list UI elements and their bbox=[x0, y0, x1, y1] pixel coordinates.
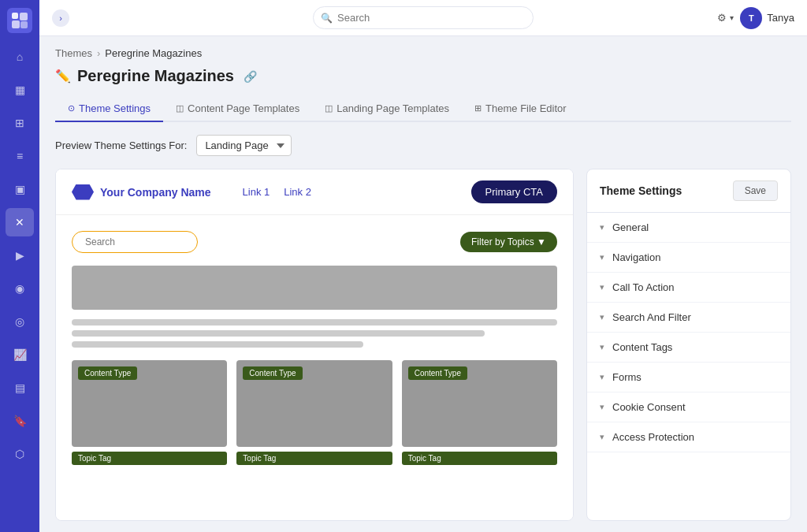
settings-item-cta[interactable]: ▾ Call To Action bbox=[587, 273, 790, 303]
mock-card-3: Content Type Topic Tag bbox=[402, 360, 557, 465]
settings-item-general[interactable]: ▾ General bbox=[587, 213, 790, 243]
mock-text-line-1 bbox=[72, 319, 557, 326]
svg-rect-2 bbox=[12, 20, 20, 28]
sidebar: ⌂ ▦ ⊞ ≡ ▣ ✕ ▶ ◉ ◎ 📈 ▤ 🔖 ⬡ bbox=[0, 0, 39, 532]
topic-tag-3: Topic Tag bbox=[402, 452, 557, 465]
mock-nav: Your Company Name Link 1 Link 2 Primary … bbox=[56, 169, 573, 215]
tab-content-page-templates[interactable]: ◫ Content Page Templates bbox=[163, 96, 312, 122]
tab-theme-file-editor[interactable]: ⊞ Theme File Editor bbox=[462, 96, 579, 122]
mock-card-1: Content Type Topic Tag bbox=[72, 360, 227, 465]
mock-company-name: Your Company Name bbox=[100, 186, 211, 199]
tabs-bar: ⊙ Theme Settings ◫ Content Page Template… bbox=[55, 96, 791, 122]
tab-theme-settings[interactable]: ⊙ Theme Settings bbox=[55, 96, 163, 122]
gear-icon: ⚙ bbox=[717, 12, 727, 24]
save-button[interactable]: Save bbox=[733, 180, 778, 201]
preview-label: Preview Theme Settings For: bbox=[55, 140, 187, 151]
content-type-badge-2: Content Type bbox=[243, 366, 302, 380]
mock-card-image-1: Content Type bbox=[72, 360, 227, 447]
sidebar-item-video[interactable]: ▶ bbox=[6, 241, 34, 270]
mock-logo: Your Company Name bbox=[72, 184, 211, 200]
sidebar-item-tools[interactable]: ✕ bbox=[6, 208, 34, 236]
sidebar-item-home[interactable]: ⌂ bbox=[6, 43, 34, 71]
search-input[interactable] bbox=[313, 6, 534, 29]
settings-button[interactable]: ⚙ ▾ bbox=[717, 12, 734, 24]
sidebar-item-circle[interactable]: ◉ bbox=[6, 274, 34, 303]
edit-icon: ✏️ bbox=[55, 69, 71, 84]
mock-card-image-3: Content Type bbox=[402, 360, 557, 447]
svg-rect-3 bbox=[20, 21, 28, 28]
tab-icon-file: ⊞ bbox=[474, 103, 482, 113]
topbar-search-container: 🔍 bbox=[313, 6, 534, 29]
sidebar-item-list[interactable]: ≡ bbox=[6, 142, 34, 170]
sidebar-item-layout[interactable]: ▣ bbox=[6, 175, 34, 203]
tab-icon-landing: ◫ bbox=[325, 103, 333, 113]
mock-content: Filter by Topics ▼ bbox=[56, 215, 573, 481]
tab-landing-page-templates[interactable]: ◫ Landing Page Templates bbox=[312, 96, 462, 122]
mock-hero-placeholder bbox=[72, 266, 557, 310]
mock-card-2: Content Type Topic Tag bbox=[236, 360, 392, 465]
tab-icon-theme-settings: ⊙ bbox=[68, 103, 75, 113]
mock-text-line-2 bbox=[72, 330, 485, 337]
mock-card-image-2: Content Type bbox=[236, 360, 392, 447]
chevron-icon-cta: ▾ bbox=[600, 282, 604, 292]
chevron-icon-forms: ▾ bbox=[600, 372, 604, 382]
mock-filter-button[interactable]: Filter by Topics ▼ bbox=[460, 232, 557, 252]
topic-tag-1: Topic Tag bbox=[72, 452, 227, 465]
breadcrumb-separator: › bbox=[97, 47, 100, 59]
mock-search-input[interactable] bbox=[72, 231, 198, 253]
settings-item-access-protection[interactable]: ▾ Access Protection bbox=[587, 422, 790, 452]
breadcrumb-current: Peregrine Magazines bbox=[105, 47, 202, 59]
user-menu[interactable]: T Tanya bbox=[740, 7, 794, 29]
sidebar-item-plugin[interactable]: ⬡ bbox=[6, 440, 34, 468]
topbar-right: ⚙ ▾ T Tanya bbox=[717, 7, 794, 29]
settings-item-cookie-consent[interactable]: ▾ Cookie Consent bbox=[587, 392, 790, 422]
page-title: Peregrine Magazines bbox=[77, 67, 234, 85]
preview-panel: Your Company Name Link 1 Link 2 Primary … bbox=[55, 169, 574, 521]
sidebar-item-target[interactable]: ◎ bbox=[6, 307, 34, 336]
breadcrumb: Themes › Peregrine Magazines bbox=[55, 47, 791, 59]
settings-header: Theme Settings Save bbox=[587, 169, 790, 213]
app-logo bbox=[7, 8, 32, 33]
search-icon: 🔍 bbox=[321, 13, 333, 24]
mock-text-lines bbox=[72, 319, 557, 348]
mock-nav-link-1[interactable]: Link 1 bbox=[243, 186, 270, 198]
sidebar-item-grid[interactable]: ⊞ bbox=[6, 109, 34, 137]
sidebar-toggle[interactable]: › bbox=[52, 9, 69, 27]
content-type-badge-3: Content Type bbox=[408, 366, 467, 380]
main-area: › 🔍 ⚙ ▾ T Tanya Themes › Peregrine Magaz… bbox=[39, 0, 807, 532]
split-layout: Your Company Name Link 1 Link 2 Primary … bbox=[55, 169, 791, 521]
svg-rect-0 bbox=[12, 13, 18, 19]
mock-nav-links: Link 1 Link 2 bbox=[243, 186, 311, 198]
topic-tag-2: Topic Tag bbox=[236, 452, 392, 465]
breadcrumb-parent[interactable]: Themes bbox=[55, 47, 92, 59]
gear-chevron: ▾ bbox=[730, 13, 734, 22]
preview-row: Preview Theme Settings For: Landing Page… bbox=[55, 135, 791, 156]
mock-search-row: Filter by Topics ▼ bbox=[72, 231, 557, 253]
sidebar-item-pages[interactable]: ▤ bbox=[6, 374, 34, 402]
mock-nav-link-2[interactable]: Link 2 bbox=[284, 186, 311, 198]
settings-item-forms[interactable]: ▾ Forms bbox=[587, 363, 790, 392]
sidebar-item-bookmark[interactable]: 🔖 bbox=[6, 407, 34, 435]
page-title-row: ✏️ Peregrine Magazines 🔗 bbox=[55, 67, 791, 85]
settings-item-content-tags[interactable]: ▾ Content Tags bbox=[587, 333, 790, 363]
link-icon: 🔗 bbox=[244, 70, 257, 83]
preview-select[interactable]: Landing Page Content Page Homepage bbox=[196, 135, 292, 156]
svg-rect-1 bbox=[20, 13, 28, 20]
content-area: Themes › Peregrine Magazines ✏️ Peregrin… bbox=[39, 36, 807, 532]
chevron-icon-general: ▾ bbox=[600, 222, 604, 233]
sidebar-item-analytics[interactable]: ▦ bbox=[6, 76, 34, 104]
chevron-icon-search: ▾ bbox=[600, 312, 604, 322]
settings-title: Theme Settings bbox=[600, 184, 682, 197]
settings-item-navigation[interactable]: ▾ Navigation bbox=[587, 243, 790, 273]
chevron-icon-access: ▾ bbox=[600, 432, 604, 442]
tab-icon-content: ◫ bbox=[176, 103, 184, 113]
settings-panel: Theme Settings Save ▾ General ▾ Navigati… bbox=[586, 169, 791, 521]
mock-site: Your Company Name Link 1 Link 2 Primary … bbox=[56, 169, 573, 520]
mock-logo-icon bbox=[72, 184, 94, 200]
chevron-icon-navigation: ▾ bbox=[600, 252, 604, 262]
avatar: T bbox=[740, 7, 762, 29]
sidebar-item-chart[interactable]: 📈 bbox=[6, 340, 34, 369]
mock-cards: Content Type Topic Tag Content Type Topi… bbox=[72, 360, 557, 465]
mock-cta-button[interactable]: Primary CTA bbox=[471, 180, 557, 203]
settings-item-search-filter[interactable]: ▾ Search And Filter bbox=[587, 303, 790, 333]
